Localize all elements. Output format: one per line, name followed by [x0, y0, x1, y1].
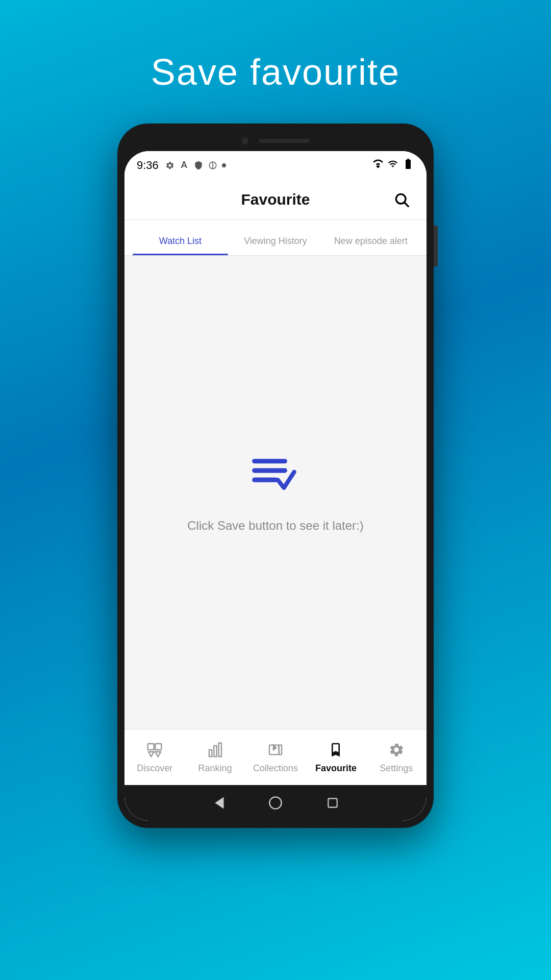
svg-rect-12	[214, 746, 216, 756]
empty-state-icon	[247, 452, 304, 498]
tab-watchlist[interactable]: Watch List	[133, 220, 228, 255]
svg-marker-15	[279, 745, 282, 755]
tab-viewing-history-indicator	[228, 254, 323, 255]
back-button[interactable]	[210, 795, 227, 811]
dot-indicator	[222, 163, 226, 167]
battery-icon	[402, 158, 414, 173]
bottom-nav: Discover Ranking	[124, 729, 427, 785]
search-button[interactable]	[389, 187, 414, 212]
tab-viewing-history-label: Viewing History	[244, 236, 307, 254]
android-nav-bar	[124, 785, 427, 821]
nav-item-settings[interactable]: Settings	[366, 729, 427, 785]
collections-icon	[266, 741, 285, 759]
tab-viewing-history[interactable]: Viewing History	[228, 220, 323, 255]
tab-watchlist-indicator	[133, 254, 228, 255]
front-camera	[241, 137, 248, 144]
svg-rect-5	[252, 468, 287, 473]
svg-rect-11	[209, 750, 212, 756]
status-icons: A	[165, 160, 226, 170]
svg-rect-7	[148, 744, 154, 750]
nav-label-discover: Discover	[137, 763, 172, 774]
svg-rect-13	[218, 743, 221, 757]
phone-screen: 9:36 A	[124, 151, 427, 821]
tab-watchlist-label: Watch List	[159, 236, 202, 254]
nav-label-ranking: Ranking	[198, 763, 232, 774]
svg-rect-6	[252, 477, 278, 482]
discover-icon	[145, 741, 164, 759]
phone-frame: 9:36 A	[117, 124, 434, 828]
signal-icon	[388, 159, 398, 172]
svg-point-18	[269, 797, 281, 808]
speaker	[259, 139, 310, 143]
svg-line-3	[405, 203, 408, 206]
recents-button[interactable]	[324, 795, 341, 811]
svg-marker-9	[148, 752, 154, 756]
circle-icon	[208, 160, 218, 170]
nav-label-collections: Collections	[253, 763, 298, 774]
page-title: Save favourite	[151, 51, 400, 93]
svg-rect-4	[252, 458, 287, 463]
top-bar: Favourite	[124, 179, 427, 220]
nav-item-favourite[interactable]: Favourite	[306, 729, 366, 785]
svg-marker-10	[156, 752, 161, 756]
main-content: Click Save button to see it later:)	[124, 256, 427, 729]
tab-episode-alert-label: New episode alert	[334, 236, 408, 254]
status-right-icons	[372, 158, 414, 173]
nav-label-favourite: Favourite	[315, 763, 357, 774]
svg-marker-16	[273, 745, 276, 750]
nav-item-ranking[interactable]: Ranking	[185, 729, 245, 785]
home-button[interactable]	[267, 795, 284, 811]
svg-rect-8	[156, 744, 162, 750]
svg-marker-17	[216, 798, 223, 808]
svg-rect-19	[328, 798, 337, 807]
nav-item-discover[interactable]: Discover	[124, 729, 185, 785]
wifi-icon	[372, 158, 384, 172]
favourite-icon	[327, 741, 345, 759]
tab-episode-alert[interactable]: New episode alert	[323, 220, 418, 255]
status-bar: 9:36 A	[124, 151, 427, 179]
ranking-icon	[206, 741, 224, 759]
a-icon: A	[179, 160, 189, 170]
nav-item-collections[interactable]: Collections	[245, 729, 306, 785]
empty-state-text: Click Save button to see it later:)	[167, 519, 384, 533]
phone-top	[124, 131, 427, 151]
tabs-bar: Watch List Viewing History New episode a…	[124, 220, 427, 256]
shield-icon	[193, 160, 204, 170]
top-bar-title: Favourite	[241, 191, 310, 208]
status-time: 9:36	[137, 159, 159, 172]
gear-icon	[165, 160, 175, 170]
nav-label-settings: Settings	[380, 763, 413, 774]
tab-episode-alert-indicator	[323, 254, 418, 255]
settings-icon	[387, 741, 406, 759]
